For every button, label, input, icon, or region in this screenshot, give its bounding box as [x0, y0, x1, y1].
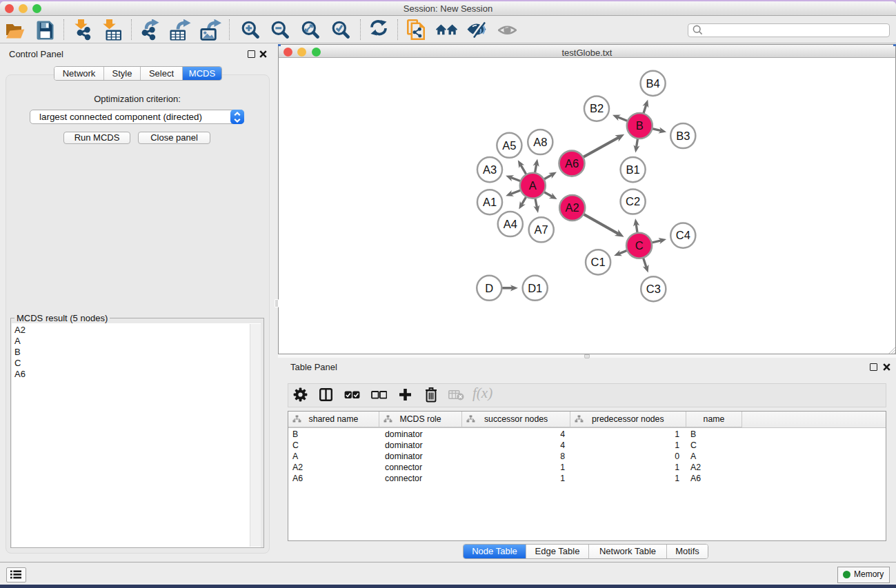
svg-text:D1: D1 [528, 282, 542, 294]
svg-text:A3: A3 [483, 163, 497, 176]
svg-text:A8: A8 [533, 136, 547, 148]
svg-text:A5: A5 [502, 139, 516, 152]
svg-text:C2: C2 [626, 195, 640, 207]
svg-text:A6: A6 [565, 157, 579, 170]
svg-text:B1: B1 [626, 163, 640, 176]
svg-text:D: D [485, 282, 493, 294]
svg-text:B2: B2 [590, 102, 604, 114]
svg-text:C4: C4 [676, 229, 690, 241]
svg-text:A2: A2 [566, 201, 579, 214]
svg-text:A: A [529, 179, 537, 192]
svg-text:C: C [635, 239, 644, 252]
svg-text:B3: B3 [676, 130, 690, 142]
svg-text:B: B [636, 119, 644, 132]
svg-text:B4: B4 [646, 77, 660, 90]
svg-text:A4: A4 [504, 218, 517, 230]
svg-text:C1: C1 [591, 256, 606, 268]
svg-text:C3: C3 [646, 283, 661, 295]
svg-text:A7: A7 [535, 223, 548, 236]
svg-text:A1: A1 [483, 196, 497, 208]
